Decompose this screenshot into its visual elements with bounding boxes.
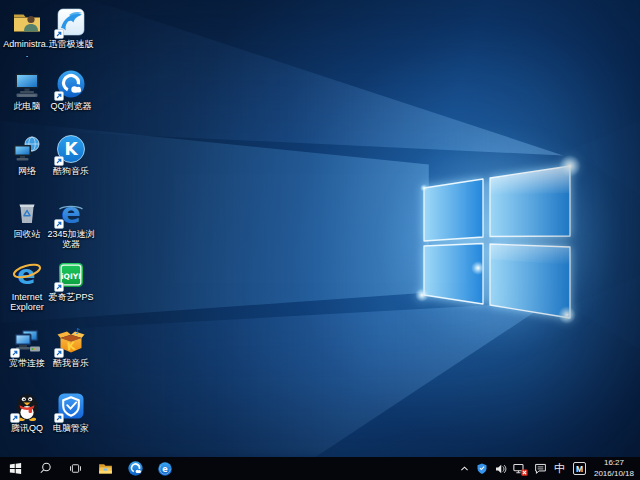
tray-network-error-icon[interactable] xyxy=(510,457,531,480)
shortcut-arrow-badge xyxy=(54,282,64,292)
file-explorer-folder-icon xyxy=(97,460,114,477)
desktop-icon-iqiyi[interactable]: iQIYI 爱奇艺PPS xyxy=(47,259,95,302)
e-glyph: e xyxy=(162,465,168,474)
shortcut-arrow-badge xyxy=(54,348,64,358)
iqiyi-glyph: iQIYI xyxy=(61,272,81,281)
icon-label: 2345加速浏览器 xyxy=(47,229,95,250)
shortcut-arrow-badge xyxy=(54,156,64,166)
icon-label: Administra... xyxy=(3,39,51,60)
qq-browser-icon xyxy=(127,460,144,477)
task-view-icon xyxy=(68,461,83,476)
icon-label: 酷狗音乐 xyxy=(47,166,95,176)
vignette xyxy=(0,0,640,457)
taskbar-2345-browser-button[interactable]: e xyxy=(150,457,180,480)
windows-desktop: Administra... 迅雷极速版 此电脑 xyxy=(0,0,640,480)
search-button[interactable] xyxy=(30,457,60,480)
icon-label: 宽带连接 xyxy=(3,358,51,368)
shortcut-arrow-badge xyxy=(54,413,64,423)
start-button[interactable] xyxy=(0,457,30,480)
tray-action-center-icon[interactable] xyxy=(531,457,550,480)
desktop-icon-xunlei[interactable]: 迅雷极速版 xyxy=(47,6,95,49)
taskbar-qq-browser-button[interactable] xyxy=(120,457,150,480)
tray-chevron-up-icon[interactable] xyxy=(456,457,473,480)
taskbar: e xyxy=(0,457,640,480)
desktop-icon-network[interactable]: 网络 xyxy=(3,133,51,176)
icon-label: 迅雷极速版 xyxy=(47,39,95,49)
desktop-icon-kuwo[interactable]: K ♪ 酷我音乐 xyxy=(47,325,95,368)
desktop-background[interactable] xyxy=(0,0,640,457)
desktop-icon-administrator[interactable]: Administra... xyxy=(3,6,51,60)
clock-time: 16:27 xyxy=(594,458,634,468)
task-view-button[interactable] xyxy=(60,457,90,480)
e-glyph: e xyxy=(61,196,81,228)
desktop-icon-broadband[interactable]: 宽带连接 xyxy=(3,325,51,368)
desktop-icon-this-pc[interactable]: 此电脑 xyxy=(3,68,51,111)
desktop-icon-tencent-qq[interactable]: 腾讯QQ xyxy=(3,390,51,433)
taskbar-left: e xyxy=(0,457,180,480)
shortcut-arrow-badge xyxy=(10,413,20,423)
icon-label: QQ浏览器 xyxy=(47,101,95,111)
recycle-bin-icon xyxy=(11,196,43,228)
icon-label: 此电脑 xyxy=(3,101,51,111)
icon-label: Internet Explorer xyxy=(3,292,51,313)
tray-pc-manager-shield-icon[interactable] xyxy=(473,457,491,480)
desktop-icon-internet-explorer[interactable]: e Internet Explorer xyxy=(3,259,51,313)
desktop-icon-2345-browser[interactable]: e 2345加速浏览器 xyxy=(47,196,95,250)
shortcut-arrow-badge xyxy=(54,29,64,39)
kugou-k-glyph: K xyxy=(64,139,78,159)
music-note-glyph: ♪ xyxy=(75,327,80,336)
tray-clock[interactable]: 16:27 2016/10/18 xyxy=(590,458,640,479)
network-globe-icon xyxy=(11,133,43,165)
desktop-icon-kugou[interactable]: K 酷狗音乐 xyxy=(47,133,95,176)
shortcut-arrow-badge xyxy=(54,91,64,101)
desktop-icon-recycle-bin[interactable]: 回收站 xyxy=(3,196,51,239)
system-tray: 中 M 16:27 2016/10/18 xyxy=(456,457,640,480)
file-explorer-button[interactable] xyxy=(90,457,120,480)
desktop-icon-qq-browser[interactable]: QQ浏览器 xyxy=(47,68,95,111)
icon-label: 腾讯QQ xyxy=(3,423,51,433)
tray-volume-icon[interactable] xyxy=(491,457,510,480)
shortcut-arrow-badge xyxy=(54,219,64,229)
desktop-icon-pc-manager[interactable]: 电脑管家 xyxy=(47,390,95,433)
clock-date: 2016/10/18 xyxy=(594,469,634,479)
internet-explorer-icon: e xyxy=(11,259,43,291)
2345-browser-e-icon: e xyxy=(157,461,173,477)
icon-label: 电脑管家 xyxy=(47,423,95,433)
icon-label: 爱奇艺PPS xyxy=(47,292,95,302)
tray-ime-language-indicator[interactable]: 中 xyxy=(550,457,569,480)
search-icon xyxy=(38,461,53,476)
icon-label: 回收站 xyxy=(3,229,51,239)
computer-monitor-icon xyxy=(11,68,43,100)
icon-label: 酷我音乐 xyxy=(47,358,95,368)
shortcut-arrow-badge xyxy=(10,348,20,358)
tray-ime-method-badge[interactable]: M xyxy=(573,462,586,475)
icon-label: 网络 xyxy=(3,166,51,176)
windows-start-icon xyxy=(8,461,23,476)
user-folder-icon xyxy=(11,6,43,38)
